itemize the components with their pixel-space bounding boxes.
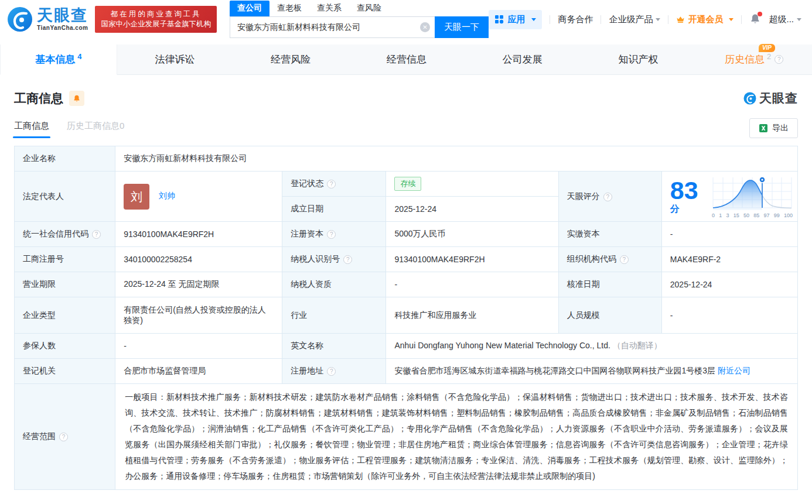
paid-capital-value: - bbox=[661, 222, 797, 247]
field-label: 成立日期 bbox=[282, 197, 386, 222]
help-icon[interactable]: ? bbox=[327, 230, 336, 239]
field-label: 实缴资本 bbox=[558, 222, 661, 247]
company-page-tabs: 基本信息 4 法律诉讼 经营风险 经营信息 公司发展 知识产权 历史信息 VIP… bbox=[0, 44, 812, 75]
nav-business-cooperation[interactable]: 商务合作 bbox=[558, 14, 593, 25]
clear-icon[interactable]: ✕ bbox=[420, 22, 430, 32]
help-icon[interactable]: ? bbox=[343, 255, 352, 264]
insured-count-value: - bbox=[115, 334, 282, 359]
search-tab-relation[interactable]: 查关系 bbox=[309, 1, 349, 16]
field-label: 企业类型 bbox=[15, 297, 115, 334]
table-row: 法定代表人 刘 刘帅 登记状态? 存续 天眼评分? 83分 bbox=[15, 172, 798, 197]
tab-count: 2 bbox=[767, 52, 771, 61]
field-label: 天眼评分? bbox=[558, 172, 661, 222]
field-label: 企业名称 bbox=[15, 146, 115, 172]
super-vip-label: 超级... bbox=[769, 14, 794, 25]
bell-icon bbox=[73, 94, 81, 102]
table-row: 登记机关 合肥市市场监督管理局 注册地址? 安徽省合肥市瑶海区城东街道幸福路与桃… bbox=[15, 359, 798, 384]
reg-number-value: 340100002258254 bbox=[115, 247, 282, 272]
address-text: 安徽省合肥市瑶海区城东街道幸福路与桃花潭路交口中国网谷物联网科技产业园1号楼3层 bbox=[394, 366, 715, 375]
field-label: 组织机构代码? bbox=[558, 247, 661, 272]
search-input[interactable] bbox=[230, 16, 435, 38]
section-subtabs: 工商信息 历史工商信息0 导出 bbox=[14, 118, 798, 138]
logo-domain: TianYanCha.com bbox=[37, 25, 88, 31]
tab-count: 4 bbox=[77, 52, 81, 61]
help-icon[interactable]: ? bbox=[603, 193, 612, 201]
org-code-value: MAK4E9RF-2 bbox=[661, 247, 797, 272]
tab-history-info[interactable]: 历史信息 VIP 2 ? bbox=[696, 44, 812, 74]
label-text: 登记状态 bbox=[291, 179, 323, 188]
main-content: 工商信息 天眼查 工商信息 历史工商信息0 导出 bbox=[0, 90, 812, 490]
tab-operating-info[interactable]: 经营信息 bbox=[349, 44, 465, 74]
field-label: 参保人数 bbox=[15, 334, 115, 359]
tab-intellectual-property[interactable]: 知识产权 bbox=[581, 44, 697, 74]
chevron-down-icon bbox=[797, 18, 801, 21]
tab-label: 经营风险 bbox=[271, 53, 311, 66]
search-tab-company[interactable]: 查公司 bbox=[230, 1, 269, 16]
tianyancha-logo[interactable]: 天眼查 TianYanCha.com bbox=[7, 6, 88, 32]
legal-rep-link[interactable]: 刘帅 bbox=[159, 191, 175, 200]
field-label: 行业 bbox=[282, 297, 386, 334]
search-button[interactable]: 天眼一下 bbox=[435, 16, 489, 38]
table-row: 参保人数 - 英文名称 Anhui Dongfang Yuhong New Ma… bbox=[15, 334, 798, 359]
company-type-value: 有限责任公司(自然人投资或控股的法人独资) bbox=[115, 297, 282, 334]
label-text: 统一社会信用代码 bbox=[23, 229, 88, 238]
nav-enterprise-products[interactable]: 企业级产品 bbox=[609, 14, 660, 25]
help-icon[interactable]: ? bbox=[620, 255, 629, 264]
label-text: 经营范围 bbox=[23, 431, 56, 441]
nav-open-vip[interactable]: 开通会员 bbox=[676, 14, 733, 25]
help-icon[interactable]: ? bbox=[59, 433, 68, 441]
company-name-value: 安徽东方雨虹新材料科技有限公司 bbox=[115, 146, 798, 172]
score-unit: 分 bbox=[670, 204, 680, 214]
subtab-business-info[interactable]: 工商信息 bbox=[14, 121, 49, 138]
tab-label: 公司发展 bbox=[503, 53, 543, 66]
business-registration-table: 企业名称 安徽东方雨虹新材料科技有限公司 法定代表人 刘 刘帅 登记状态? 存续… bbox=[14, 146, 798, 490]
search-tab-boss[interactable]: 查老板 bbox=[269, 1, 309, 16]
search-area: 查公司 查老板 查关系 查风险 ✕ 天眼一下 bbox=[230, 1, 489, 38]
help-icon[interactable]: ? bbox=[775, 55, 783, 64]
nav-super-vip[interactable]: 超级... bbox=[769, 14, 801, 25]
table-row: 企业名称 安徽东方雨虹新材料科技有限公司 bbox=[15, 146, 798, 172]
chevron-down-icon bbox=[729, 18, 733, 21]
apps-label: 应用 bbox=[507, 14, 525, 25]
chevron-down-icon bbox=[656, 18, 660, 21]
tab-operating-risk[interactable]: 经营风险 bbox=[233, 44, 349, 74]
legal-rep-avatar[interactable]: 刘 bbox=[124, 184, 149, 210]
label-text: 注册地址 bbox=[291, 366, 323, 375]
score-distribution-chart: 0131550859799100 bbox=[712, 175, 793, 218]
tab-legal-litigation[interactable]: 法律诉讼 bbox=[117, 44, 233, 74]
help-icon[interactable]: ? bbox=[327, 180, 336, 188]
reg-capital-value: 5000万人民币 bbox=[386, 222, 558, 247]
tab-label: 基本信息 bbox=[35, 53, 75, 66]
tab-basic-info[interactable]: 基本信息 4 bbox=[0, 44, 117, 75]
business-term-value: 2025-12-24 至 无固定期限 bbox=[115, 272, 282, 297]
divider bbox=[668, 15, 668, 24]
promo-line1: 都在用的商业查询工具 bbox=[101, 9, 211, 19]
logo-text: 天眼查 bbox=[37, 8, 88, 23]
excel-icon bbox=[759, 124, 768, 133]
score-axis-ticks: 0131550859799100 bbox=[712, 212, 793, 218]
score-number: 83 bbox=[670, 176, 698, 204]
field-label: 工商注册号 bbox=[15, 247, 115, 272]
score-value: 83分 bbox=[670, 178, 705, 215]
apps-grid-icon bbox=[494, 15, 504, 24]
table-row: 企业类型 有限责任公司(自然人投资或控股的法人独资) 行业 科技推广和应用服务业… bbox=[15, 297, 798, 334]
help-icon[interactable]: ? bbox=[92, 230, 101, 239]
nearby-companies-link[interactable]: 附近公司 bbox=[718, 366, 750, 375]
taxpayer-qualification-value: - bbox=[386, 272, 558, 297]
apps-menu[interactable]: 应用 bbox=[489, 10, 542, 29]
search-tab-risk[interactable]: 查风险 bbox=[349, 1, 389, 16]
subscribe-bell-button[interactable] bbox=[69, 91, 84, 106]
table-row: 营业期限 2025-12-24 至 无固定期限 纳税人资质 - 核准日期 202… bbox=[15, 272, 798, 297]
divider bbox=[741, 15, 742, 24]
address-value: 安徽省合肥市瑶海区城东街道幸福路与桃花潭路交口中国网谷物联网科技产业园1号楼3层… bbox=[386, 359, 798, 384]
help-icon[interactable]: ? bbox=[327, 367, 336, 376]
vip-label: 开通会员 bbox=[688, 14, 723, 25]
export-button[interactable]: 导出 bbox=[749, 118, 798, 138]
tab-company-development[interactable]: 公司发展 bbox=[465, 44, 581, 74]
subtab-history-business-info[interactable]: 历史工商信息0 bbox=[67, 121, 124, 138]
field-label: 注册地址? bbox=[282, 359, 386, 384]
enterprise-label: 企业级产品 bbox=[609, 14, 653, 25]
notifications-bell[interactable] bbox=[749, 13, 761, 26]
field-label: 人员规模 bbox=[558, 297, 661, 334]
table-row: 工商注册号 340100002258254 纳税人识别号? 91340100MA… bbox=[15, 247, 798, 272]
